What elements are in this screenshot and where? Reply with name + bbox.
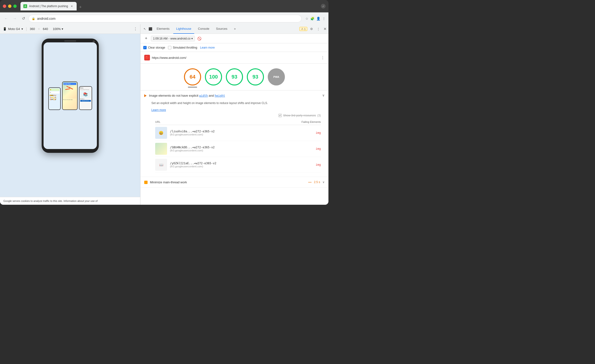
- audit-minimize-expand-icon[interactable]: ∨: [322, 180, 325, 184]
- tab-elements-label: Elements: [157, 27, 170, 30]
- audit-image-expand-icon[interactable]: ∧: [322, 94, 325, 98]
- forward-button[interactable]: →: [11, 15, 18, 22]
- tab-console[interactable]: Console: [195, 24, 212, 34]
- minimize-window-button[interactable]: [8, 5, 11, 8]
- audit-image-description: Set an explicit width and height on imag…: [151, 101, 325, 105]
- best-practices-score[interactable]: 93: [226, 68, 243, 86]
- url-thumbnail-1: 😀: [155, 127, 167, 139]
- restore-button[interactable]: ⤢: [321, 4, 326, 8]
- tab-elements[interactable]: Elements: [154, 24, 172, 34]
- device-icon: 📱: [3, 27, 7, 31]
- pwa-score-value: PWA: [273, 75, 279, 78]
- tab-lighthouse-label: Lighthouse: [176, 27, 191, 30]
- devtools-close-button[interactable]: ✕: [323, 27, 326, 31]
- zoom-value: 100%: [53, 27, 61, 31]
- warning-count: 1: [304, 28, 306, 30]
- audit-warning-triangle-icon: [144, 94, 147, 97]
- seo-score[interactable]: 93: [247, 68, 264, 86]
- options-learn-more-link[interactable]: Learn more: [200, 46, 215, 49]
- accessibility-score-value: 100: [209, 74, 218, 80]
- lh-url-selector[interactable]: 1:09:16 AM - www.android.co ▾: [151, 36, 195, 41]
- url-failing-2[interactable]: img: [316, 147, 321, 150]
- traffic-lights: [3, 5, 17, 8]
- lh-add-button[interactable]: +: [143, 36, 149, 41]
- more-tabs-button[interactable]: »: [231, 24, 239, 34]
- title-bar: A Android | The platform pushing ✕ + ⤢: [0, 0, 328, 12]
- back-button[interactable]: ←: [3, 15, 9, 22]
- mini-screen-map: Google Maps 📍 Pin your favourite trips: [63, 82, 77, 109]
- warning-icon: ⚠: [301, 27, 304, 30]
- lh-time: 1:09:16 AM: [153, 37, 168, 40]
- page-view: 😊 Hi! 😀😎🎉🐶 🦄🌟💫🎊 🍕🎮🏆🌈: [0, 34, 140, 205]
- url-host-3: (lh3.googleusercontent.com): [170, 165, 313, 168]
- pwa-score[interactable]: PWA: [268, 68, 285, 86]
- profile-icon[interactable]: 👤: [316, 17, 320, 21]
- performance-score[interactable]: 64: [184, 68, 201, 86]
- devtools-right-icons: ⚠ 1 ⚙ ⋮ ✕: [299, 27, 326, 31]
- chrome-menu-icon[interactable]: ⋮: [322, 17, 326, 21]
- address-right-controls: ☆ 🧩 👤 ⋮: [305, 17, 326, 21]
- third-party-checkbox[interactable]: ✓: [278, 114, 282, 117]
- element-picker-icon[interactable]: ↖: [142, 27, 147, 31]
- reload-button[interactable]: ↺: [20, 15, 27, 22]
- audit-image-learn-more-link[interactable]: Learn more: [151, 108, 166, 112]
- mini-screen-chat: 😊 Hi! 😀😎🎉🐶 🦄🌟💫🎊 🍕🎮🏆🌈: [49, 88, 60, 109]
- mini-phone-right: Walden Henry David Thoreau 📚 My Advice A…: [79, 86, 92, 110]
- extensions-icon[interactable]: 🧩: [310, 17, 314, 21]
- audit-height-code[interactable]: height: [215, 94, 225, 97]
- audit-title-before: Image elements do not have explicit: [149, 94, 199, 97]
- audit-image-header[interactable]: Image elements do not have explicit widt…: [141, 91, 328, 101]
- mini-phone-left: 😊 Hi! 😀😎🎉🐶 🦄🌟💫🎊 🍕🎮🏆🌈: [48, 87, 61, 110]
- lh-clear-button[interactable]: 🚫: [197, 36, 202, 41]
- zoom-selector[interactable]: 100% ▾: [53, 27, 63, 31]
- third-party-label: Show 3rd-party resources: [283, 114, 316, 117]
- lh-url: www.android.co: [170, 37, 191, 40]
- address-input[interactable]: 🔒 android.com: [28, 15, 302, 22]
- third-party-count: (3): [317, 114, 321, 117]
- url-text-3: /yOZklI21aE...=w272-e365-v2 (lh3.googleu…: [170, 162, 313, 168]
- accessibility-score[interactable]: 100: [205, 68, 222, 86]
- maximize-window-button[interactable]: [13, 5, 17, 8]
- device-arrow-icon: ▾: [21, 27, 23, 31]
- url-text-1: /lzuohvi0a...=w272-e365-v2 (lh3.googleus…: [170, 130, 313, 136]
- url-failing-3[interactable]: img: [316, 163, 321, 166]
- phone-notch: [64, 41, 76, 41]
- audit-minimize-header[interactable]: Minimize main-thread work — 2.5 s ∨: [141, 177, 328, 187]
- tab-sources[interactable]: Sources: [213, 24, 230, 34]
- performance-score-value: 64: [190, 74, 195, 80]
- lh-options-bar: ✓ Clear storage Simulated throttling Lea…: [141, 43, 328, 52]
- simulated-throttling-check-box: [168, 46, 171, 49]
- clear-storage-checkbox[interactable]: ✓ Clear storage: [143, 46, 165, 49]
- zoom-arrow-icon: ▾: [62, 27, 63, 31]
- tab-close-button[interactable]: ✕: [70, 4, 74, 8]
- url-failing-1[interactable]: img: [316, 131, 321, 135]
- lh-toolbar: + 1:09:16 AM - www.android.co ▾ 🚫: [141, 34, 328, 43]
- audit-width-code[interactable]: width: [199, 94, 208, 97]
- active-tab[interactable]: A Android | The platform pushing ✕: [21, 2, 77, 10]
- simulated-throttling-checkbox[interactable]: Simulated throttling: [168, 46, 197, 49]
- viewport-menu-button[interactable]: ⋮: [134, 27, 137, 31]
- audit-image-body: Set an explicit width and height on imag…: [141, 101, 328, 177]
- clear-storage-label: Clear storage: [148, 46, 165, 49]
- address-bar: ← → ↺ 🔒 android.com ☆ 🧩 👤 ⋮: [0, 12, 328, 24]
- tab-console-label: Console: [198, 27, 209, 30]
- audit-minimize-title: Minimize main-thread work: [150, 180, 306, 184]
- tab-lighthouse[interactable]: Lighthouse: [173, 24, 194, 34]
- bookmark-icon[interactable]: ☆: [305, 17, 308, 21]
- device-selector[interactable]: 📱 Moto G4 ▾: [3, 27, 23, 31]
- device-toggle-icon[interactable]: ⬛: [148, 27, 153, 31]
- tab-favicon: A: [23, 4, 27, 8]
- settings-icon[interactable]: ⚙: [309, 27, 314, 31]
- address-text: android.com: [37, 17, 298, 21]
- report-url: https://www.android.com/: [152, 56, 319, 59]
- report-icon: 🔴: [144, 55, 150, 60]
- devtools-more-icon[interactable]: ⋮: [316, 27, 321, 31]
- report-menu-button[interactable]: ⋮: [321, 56, 325, 60]
- url-host-2: (lh3.googleusercontent.com): [170, 149, 313, 152]
- simulated-throttling-label: Simulated throttling: [173, 46, 197, 49]
- warning-badge[interactable]: ⚠ 1: [299, 27, 307, 31]
- device-name: Moto G4: [8, 27, 20, 31]
- url-host-1: (lh3.googleusercontent.com): [170, 133, 313, 136]
- new-tab-button[interactable]: +: [77, 4, 84, 10]
- close-window-button[interactable]: [3, 5, 6, 8]
